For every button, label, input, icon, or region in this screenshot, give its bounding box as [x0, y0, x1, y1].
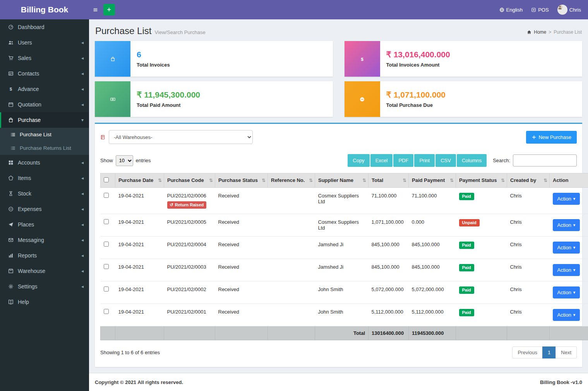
sidebar-item-purchase-returns-list[interactable]: Purchase Returns List: [0, 141, 89, 155]
action-button[interactable]: Action▾: [553, 193, 580, 205]
sidebar-item-users[interactable]: Users◂: [0, 35, 89, 50]
bag-icon: [8, 117, 14, 123]
datatable-controls: Show 10 entries CopyExcelPDFPrintCSVColu…: [95, 149, 582, 171]
action-button[interactable]: Action▾: [553, 219, 580, 231]
column-header-payment-status[interactable]: Payment Status⇅: [456, 173, 507, 188]
sidebar-item-help[interactable]: Help: [0, 294, 89, 310]
sidebar-item-places[interactable]: Places◂: [0, 217, 89, 232]
app-logo[interactable]: Billing Book: [0, 0, 89, 19]
sidebar-item-expenses[interactable]: Expenses◂: [0, 201, 89, 217]
sidebar-item-messaging[interactable]: Messaging◂: [0, 232, 89, 248]
column-header-purchase-status[interactable]: Purchase Status⇅: [215, 173, 268, 188]
user-menu[interactable]: Chris: [557, 5, 581, 15]
caret-down-icon: ▾: [573, 196, 576, 201]
cell-reference-no: [268, 188, 315, 214]
contacts-icon: [8, 71, 14, 76]
chevron-left-icon: ◂: [81, 55, 84, 61]
envelope-icon: [8, 237, 14, 243]
csv-button[interactable]: CSV: [435, 154, 456, 167]
stat-value: ₹ 1,071,100.000: [386, 90, 446, 99]
cell-paid-payment: 0.000: [409, 214, 456, 237]
stat-card-total-purchase-due: ₹ 1,071,100.000Total Purchase Due: [345, 81, 583, 117]
sidebar-item-label: Purchase Returns List: [20, 145, 84, 151]
sidebar-item-label: Purchase List: [20, 132, 84, 137]
action-button[interactable]: Action▾: [553, 286, 580, 298]
page-length-select[interactable]: 10: [116, 155, 133, 166]
sidebar-item-dashboard[interactable]: Dashboard: [0, 19, 89, 35]
cell-purchase-date: 19-04-2021: [115, 281, 164, 304]
stat-label: Total Paid Amount: [137, 102, 200, 108]
cell-created-by: Chris: [507, 259, 550, 281]
cell-total: 5,112,000.000: [369, 304, 409, 326]
table-row: 19-04-2021PU/2021/02/0006↺Return RaisedR…: [101, 188, 588, 214]
warehouse-select[interactable]: -All Warehouses-: [109, 130, 253, 144]
action-button[interactable]: Action▾: [553, 242, 580, 254]
new-purchase-button[interactable]: New Purchase: [526, 131, 577, 144]
sidebar-item-purchase[interactable]: Purchase▾: [0, 112, 89, 128]
breadcrumb-home[interactable]: Home: [534, 29, 546, 35]
column-header-paid-payment[interactable]: Paid Payment⇅: [409, 173, 456, 188]
payment-status-badge: Paid: [459, 242, 474, 249]
column-header-purchase-date[interactable]: Purchase Date⇅: [115, 173, 164, 188]
footer-total-label: Total: [315, 326, 369, 340]
sidebar-toggle-button[interactable]: [93, 7, 98, 12]
quick-add-button[interactable]: [103, 4, 115, 15]
row-checkbox[interactable]: [104, 286, 109, 292]
chevron-left-icon: ◂: [81, 206, 84, 212]
cell-purchase-code: PU/2021/02/0003: [164, 259, 215, 281]
action-button[interactable]: Action▾: [553, 309, 580, 321]
sidebar-item-label: Quotation: [18, 101, 77, 108]
page-number-button[interactable]: 1: [542, 346, 556, 358]
search-input[interactable]: [513, 154, 577, 166]
action-button[interactable]: Action▾: [553, 264, 580, 276]
row-checkbox[interactable]: [104, 219, 109, 224]
pos-button[interactable]: POS: [531, 7, 549, 13]
cell-purchase-status: Received: [215, 188, 268, 214]
sidebar-item-reports[interactable]: Reports◂: [0, 248, 89, 263]
table-footer-row: Total 13016400.000 11945300.000: [101, 326, 588, 340]
excel-button[interactable]: Excel: [370, 154, 393, 167]
sidebar-item-purchase-list[interactable]: Purchase List: [0, 128, 89, 141]
column-header-supplier-name[interactable]: Supplier Name⇅: [315, 173, 369, 188]
print-button[interactable]: Print: [414, 154, 435, 167]
caret-down-icon: ▾: [573, 290, 576, 295]
stat-value: ₹ 13,016,400.000: [386, 50, 450, 59]
cell-total: 845,100.000: [369, 237, 409, 259]
sidebar-item-accounts[interactable]: Accounts◂: [0, 155, 89, 170]
sidebar-item-items[interactable]: Items◂: [0, 170, 89, 186]
sidebar-item-label: Messaging: [18, 237, 77, 243]
row-checkbox[interactable]: [104, 264, 109, 269]
columns-button[interactable]: Columns: [457, 154, 487, 167]
sidebar-item-quotation[interactable]: Quotation◂: [0, 97, 89, 112]
sidebar-item-stock[interactable]: Stock◂: [0, 186, 89, 201]
row-checkbox[interactable]: [104, 193, 109, 198]
sidebar-item-settings[interactable]: Settings◂: [0, 279, 89, 294]
sidebar-item-contacts[interactable]: Contacts◂: [0, 66, 89, 81]
chevron-left-icon: ◂: [81, 268, 84, 274]
box-icon: [8, 268, 14, 274]
sidebar-item-advance[interactable]: $Advance◂: [0, 81, 89, 97]
breadcrumb-current: Purchase List: [554, 29, 582, 35]
language-menu[interactable]: English: [499, 7, 523, 13]
copy-button[interactable]: Copy: [348, 154, 369, 167]
sidebar-item-warehouse[interactable]: Warehouse◂: [0, 263, 89, 279]
column-header-total[interactable]: Total⇅: [369, 173, 409, 188]
previous-page-button[interactable]: Previous: [512, 346, 543, 358]
cell-paid-payment: 71,100.000: [409, 188, 456, 214]
cell-purchase-status: Received: [215, 237, 268, 259]
sort-icon: ⇅: [501, 178, 505, 183]
column-header-reference-no[interactable]: Reference No.⇅: [268, 173, 315, 188]
footer-paid-value: 11945300.000: [409, 326, 456, 340]
cell-purchase-date: 19-04-2021: [115, 304, 164, 326]
column-header-purchase-code[interactable]: Purchase Code⇅: [164, 173, 215, 188]
pdf-button[interactable]: PDF: [393, 154, 413, 167]
datatable-footer: Showing 1 to 6 of 6 entries Previous 1 N…: [95, 340, 582, 367]
stat-label: Total Invoices: [137, 62, 170, 68]
stat-card-total-paid-amount: 1₹ 11,945,300.000Total Paid Amount: [95, 81, 333, 117]
select-all-checkbox[interactable]: [104, 177, 109, 182]
row-checkbox[interactable]: [104, 242, 109, 247]
row-checkbox[interactable]: [104, 309, 109, 314]
sidebar-item-sales[interactable]: Sales◂: [0, 50, 89, 66]
column-header-created-by[interactable]: Created by⇅: [507, 173, 550, 188]
next-page-button[interactable]: Next: [555, 346, 577, 358]
